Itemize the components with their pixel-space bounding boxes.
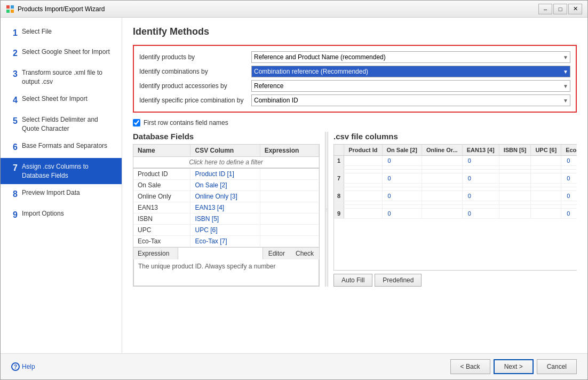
sidebar-num: 4 bbox=[7, 94, 18, 106]
csv-col-header-ecotax: Eco-Tax [7... bbox=[561, 145, 577, 156]
restore-button[interactable]: □ bbox=[553, 4, 567, 14]
minimize-button[interactable]: – bbox=[538, 4, 552, 14]
auto-fill-button[interactable]: Auto Fill bbox=[333, 274, 372, 287]
row-num: 8 bbox=[334, 191, 344, 201]
cell-online bbox=[422, 170, 462, 173]
csv-row: 1 0 0 0 1 bbox=[334, 156, 577, 166]
sidebar-num: 1 bbox=[7, 27, 18, 39]
cell-isbn bbox=[499, 209, 531, 219]
cell-ean13: 0 bbox=[462, 209, 499, 219]
cell-productid bbox=[344, 170, 382, 173]
title-bar: Products Import/Export Wizard – □ ✕ bbox=[1, 1, 587, 18]
sidebar-item-9[interactable]: 9Import Options bbox=[1, 205, 122, 225]
cell-ecotax bbox=[561, 184, 577, 187]
description-box: The unique product ID. Always specify a … bbox=[133, 259, 319, 286]
expression-val bbox=[260, 225, 319, 236]
description-text: The unique product ID. Always specify a … bbox=[138, 263, 275, 270]
table-row[interactable]: Eco-Tax Eco-Tax [7] bbox=[133, 236, 319, 247]
cell-isbn bbox=[499, 205, 531, 209]
identify-combinations-select[interactable]: Combination reference (Recommended) Comb… bbox=[251, 66, 570, 77]
table-row[interactable]: EAN13 EAN13 [4] bbox=[133, 202, 319, 213]
cell-upc bbox=[531, 173, 561, 184]
csv-col-value: ISBN [5] bbox=[190, 213, 260, 225]
sidebar-item-6[interactable]: 6Base Formats and Separators bbox=[1, 137, 122, 157]
svg-rect-1 bbox=[11, 5, 14, 9]
check-button[interactable]: Check bbox=[290, 248, 319, 259]
cell-upc bbox=[531, 166, 561, 170]
csv-col-value: Online Only [3] bbox=[190, 191, 260, 202]
identify-price-select[interactable]: Combination ID Combination reference bbox=[251, 94, 570, 106]
cell-online bbox=[422, 187, 462, 191]
page-title: Identify Methods bbox=[133, 26, 577, 37]
row-num bbox=[334, 201, 344, 205]
csv-col-value: Eco-Tax [7] bbox=[190, 236, 260, 247]
table-row[interactable]: On Sale On Sale [2] bbox=[133, 180, 319, 191]
cell-upc bbox=[531, 184, 561, 187]
row-num bbox=[334, 166, 344, 170]
field-name: Product ID bbox=[133, 168, 190, 180]
sidebar-item-3[interactable]: 3Transform source .xml file to output .c… bbox=[1, 64, 122, 91]
sidebar: 1Select File2Select Google Sheet for Imp… bbox=[1, 18, 122, 353]
csv-row bbox=[334, 170, 577, 173]
sidebar-item-1[interactable]: 1Select File bbox=[1, 23, 122, 43]
cell-upc bbox=[531, 205, 561, 209]
cell-ecotax: 0 bbox=[561, 209, 577, 219]
sidebar-label: Transform source .xml file to output .cs… bbox=[22, 68, 115, 86]
expression-val bbox=[260, 213, 319, 225]
csv-action-bar: Auto Fill Predefined Clear bbox=[333, 271, 577, 287]
csv-row: 7 0 0 0 -7 bbox=[334, 173, 577, 184]
first-row-checkbox[interactable] bbox=[133, 119, 140, 126]
identify-accessories-select[interactable]: Reference Product Name Product ID bbox=[251, 80, 570, 92]
sidebar-item-8[interactable]: 8Preview Import Data bbox=[1, 184, 122, 204]
panel-divider[interactable]: ⋮ bbox=[325, 132, 328, 287]
filter-row[interactable]: Click here to define a filter bbox=[133, 157, 319, 169]
field-name: ISBN bbox=[133, 213, 190, 225]
identify-products-select[interactable]: Reference and Product Name (recommended)… bbox=[251, 51, 570, 63]
csv-col-header-ean13: EAN13 [4] bbox=[462, 145, 499, 156]
expression-val bbox=[260, 236, 319, 247]
app-icon bbox=[6, 5, 14, 13]
sidebar-num: 7 bbox=[7, 162, 18, 174]
db-fields-panel: Database Fields Name CSV Column Expressi… bbox=[133, 132, 320, 287]
csv-col-header-online: Online Or... bbox=[422, 145, 462, 156]
table-row[interactable]: Online Only Online Only [3] bbox=[133, 191, 319, 202]
cell-ean13: 0 bbox=[462, 156, 499, 166]
row-num: 9 bbox=[334, 209, 344, 219]
sidebar-label: Select File bbox=[22, 27, 52, 36]
identify-accessories-label: Identify product accessories by bbox=[139, 82, 251, 90]
expression-val bbox=[260, 180, 319, 191]
bottom-bar: ? Help < Back Next > Cancel bbox=[1, 353, 587, 379]
cell-productid bbox=[344, 187, 382, 191]
predefined-button[interactable]: Predefined bbox=[375, 274, 422, 287]
sidebar-item-2[interactable]: 2Select Google Sheet for Import bbox=[1, 43, 122, 64]
cell-online bbox=[422, 205, 462, 209]
cell-isbn bbox=[499, 173, 531, 184]
cell-productid bbox=[344, 201, 382, 205]
back-button[interactable]: < Back bbox=[450, 359, 490, 374]
next-button[interactable]: Next > bbox=[494, 359, 534, 374]
cell-onsale: 0 bbox=[382, 156, 422, 166]
expression-input[interactable] bbox=[178, 248, 263, 259]
sidebar-num: 6 bbox=[7, 141, 18, 153]
cell-ecotax bbox=[561, 170, 577, 173]
csv-col-value: UPC [6] bbox=[190, 225, 260, 236]
cell-upc bbox=[531, 209, 561, 219]
table-row[interactable]: ISBN ISBN [5] bbox=[133, 213, 319, 225]
filter-text[interactable]: Click here to define a filter bbox=[133, 157, 319, 169]
table-row[interactable]: UPC UPC [6] bbox=[133, 225, 319, 236]
identify-combinations-label: Identify combinations by bbox=[139, 68, 251, 75]
cell-productid bbox=[344, 184, 382, 187]
cell-onsale bbox=[382, 201, 422, 205]
help-link[interactable]: ? Help bbox=[11, 362, 35, 371]
cancel-button[interactable]: Cancel bbox=[537, 359, 577, 374]
sidebar-item-4[interactable]: 4Select Sheet for Import bbox=[1, 90, 122, 110]
sidebar-item-7[interactable]: 7Assign .csv Columns to Database Fields bbox=[1, 158, 122, 185]
sidebar-item-5[interactable]: 5Select Fields Delimiter and Quote Chara… bbox=[1, 111, 122, 138]
editor-button[interactable]: Editor bbox=[263, 248, 290, 259]
content-area: Identify Methods Identify products by Re… bbox=[122, 18, 587, 353]
sidebar-label: Base Formats and Separators bbox=[22, 141, 107, 151]
table-row[interactable]: Product ID Product ID [1] bbox=[133, 168, 319, 180]
cell-online bbox=[422, 201, 462, 205]
sidebar-label: Import Options bbox=[22, 209, 64, 218]
close-button[interactable]: ✕ bbox=[568, 4, 582, 14]
